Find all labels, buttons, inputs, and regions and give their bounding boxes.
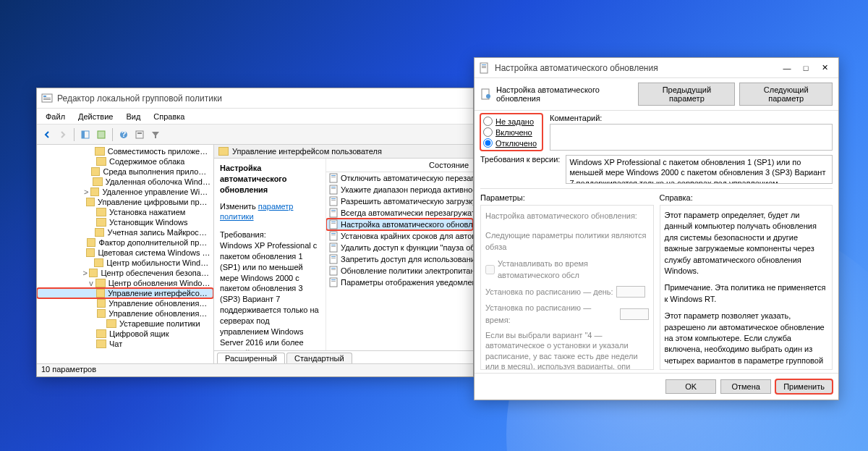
tree-item[interactable]: Управление интерфейсом польз: [37, 288, 213, 298]
tree-item[interactable]: Фактор дополнительной проверки п: [37, 237, 213, 248]
list-header: Управление интерфейсом пользователя: [214, 145, 473, 159]
setting-icon: [329, 219, 338, 229]
apply-button[interactable]: Применить: [775, 379, 833, 394]
tree-item[interactable]: vЦентр обновления Windows: [37, 278, 213, 288]
radio-not-configured[interactable]: Не задано: [483, 117, 537, 126]
svg-rect-42: [482, 64, 486, 65]
tree-item[interactable]: Цветовая система Windows Color Sy: [37, 248, 213, 258]
svg-rect-19: [331, 200, 336, 201]
toolbar-properties-icon[interactable]: [94, 127, 109, 142]
tree-item[interactable]: >Центр обеспечения безопасности: [37, 268, 213, 278]
dialog-title: Настройка автоматического обновления: [495, 63, 778, 73]
svg-rect-39: [331, 279, 336, 280]
folder-icon: [89, 269, 98, 277]
tab-standard[interactable]: Стандартный: [286, 353, 352, 363]
setting-icon: [329, 254, 338, 264]
tree-item[interactable]: Учетная запись Майкрософт: [37, 227, 213, 237]
tree-item[interactable]: Устаревшие политики: [37, 319, 213, 329]
tree-item[interactable]: Управление обновлениями, пре: [37, 298, 213, 308]
svg-rect-23: [330, 220, 337, 229]
svg-rect-10: [137, 132, 142, 134]
toolbar-help-icon[interactable]: ?: [116, 127, 131, 142]
gpedit-titlebar[interactable]: Редактор локальной групповой политики: [37, 88, 473, 109]
svg-rect-16: [331, 188, 336, 189]
cancel-button[interactable]: Отмена: [720, 379, 771, 394]
radio-enabled[interactable]: Включено: [483, 127, 537, 137]
help-label: Справка:: [660, 193, 833, 202]
menu-file[interactable]: Файл: [40, 111, 71, 122]
tab-extended[interactable]: Расширенный: [217, 353, 285, 363]
svg-rect-15: [331, 187, 336, 187]
settings-list[interactable]: Состояние Отключить автоматическую перез…: [326, 159, 473, 350]
help-box[interactable]: Этот параметр определяет, будет ли данны…: [660, 205, 833, 370]
tree-item[interactable]: Содержимое облака: [37, 156, 213, 167]
svg-rect-27: [331, 233, 336, 234]
svg-rect-40: [331, 281, 336, 282]
tree-item[interactable]: Установщик Windows: [37, 217, 213, 227]
tree-item[interactable]: Управление обновлениями, пре: [37, 308, 213, 319]
setting-row[interactable]: Установка крайних сроков для автома: [326, 230, 473, 242]
toolbar-show-hide-icon[interactable]: [78, 127, 93, 142]
state-radio-group: Не задано Включено Отключено: [480, 114, 542, 151]
tree-item[interactable]: Управление цифровыми правами Wi: [37, 197, 213, 207]
tree-item[interactable]: Чат: [37, 339, 213, 349]
dialog-titlebar[interactable]: Настройка автоматического обновления ― □…: [475, 58, 838, 78]
setting-row[interactable]: Отключить автоматическую перезагру: [326, 172, 473, 184]
toolbar-sep: [74, 128, 75, 141]
toolbar-filter-icon[interactable]: [132, 127, 147, 142]
dialog-subheader: Настройка автоматического обновления Пре…: [475, 78, 838, 111]
params-box: Настройка автоматического обновления: Сл…: [480, 205, 654, 370]
gpedit-title: Редактор локальной групповой политики: [57, 93, 469, 104]
minimize-button[interactable]: ―: [778, 61, 796, 75]
svg-rect-29: [330, 243, 337, 252]
setting-row[interactable]: Запретить доступ для использования в: [326, 253, 473, 265]
comment-input[interactable]: [550, 124, 833, 151]
svg-rect-33: [331, 256, 336, 257]
schedule-day-input: [616, 286, 645, 298]
menu-view[interactable]: Вид: [120, 111, 146, 122]
close-button[interactable]: ✕: [815, 61, 834, 75]
svg-rect-43: [482, 66, 486, 67]
folder-icon: [96, 218, 106, 227]
menu-help[interactable]: Справка: [148, 111, 190, 122]
tree-item[interactable]: Установка нажатием: [37, 207, 213, 217]
dialog-subtitle: Настройка автоматического обновления: [496, 85, 638, 103]
setting-row[interactable]: Всегда автоматически перезагружатьс: [326, 207, 473, 219]
tree-item[interactable]: Удаленная оболочка Windows: [37, 177, 213, 187]
schedule-time-input: [620, 308, 649, 320]
maximize-button[interactable]: □: [796, 61, 815, 75]
folder-icon: [96, 157, 106, 166]
setting-row[interactable]: Удалить доступ к функции "пауза обно: [326, 242, 473, 253]
tree-item[interactable]: Центр мобильности Windows: [37, 258, 213, 268]
folder-icon: [87, 238, 95, 247]
svg-rect-2: [43, 98, 51, 98]
setting-row[interactable]: Параметры отображения уведомлени: [326, 277, 473, 288]
folder-icon: [96, 329, 106, 338]
radio-disabled[interactable]: Отключено: [483, 138, 537, 148]
ok-button[interactable]: OK: [665, 379, 716, 394]
requirements-text: Windows XP Professional с пакетом обновл…: [220, 240, 320, 350]
setting-row[interactable]: Настройка автоматического обновле: [326, 219, 473, 230]
svg-rect-44: [482, 67, 486, 68]
folder-icon: [86, 248, 95, 257]
menu-action[interactable]: Действие: [72, 111, 119, 122]
setting-row[interactable]: Обновление политики электропитания: [326, 265, 473, 277]
svg-rect-36: [331, 268, 336, 269]
folder-icon: [96, 208, 106, 216]
setting-icon: [329, 196, 338, 206]
setting-icon: [329, 185, 338, 195]
tree-item[interactable]: Цифровой ящик: [37, 329, 213, 339]
toolbar-funnel-icon[interactable]: [148, 127, 163, 142]
svg-rect-13: [331, 177, 336, 177]
nav-back-icon[interactable]: [40, 127, 54, 142]
setting-row[interactable]: Укажите диапазон периода активности: [326, 184, 473, 195]
next-setting-button[interactable]: Следующий параметр: [739, 83, 833, 106]
tree-item[interactable]: Среда выполнения приложения: [37, 167, 213, 177]
setting-row[interactable]: Разрешить автоматическую загрузку о: [326, 195, 473, 207]
nav-forward-icon[interactable]: [56, 127, 70, 142]
tree-item[interactable]: >Удаленное управление Windows: [37, 187, 213, 197]
prev-setting-button[interactable]: Предыдущий параметр: [638, 83, 735, 106]
svg-rect-38: [330, 278, 337, 287]
tree-item[interactable]: Совместимость приложений: [37, 146, 213, 156]
policy-tree[interactable]: Совместимость приложенийСодержимое облак…: [37, 145, 214, 363]
